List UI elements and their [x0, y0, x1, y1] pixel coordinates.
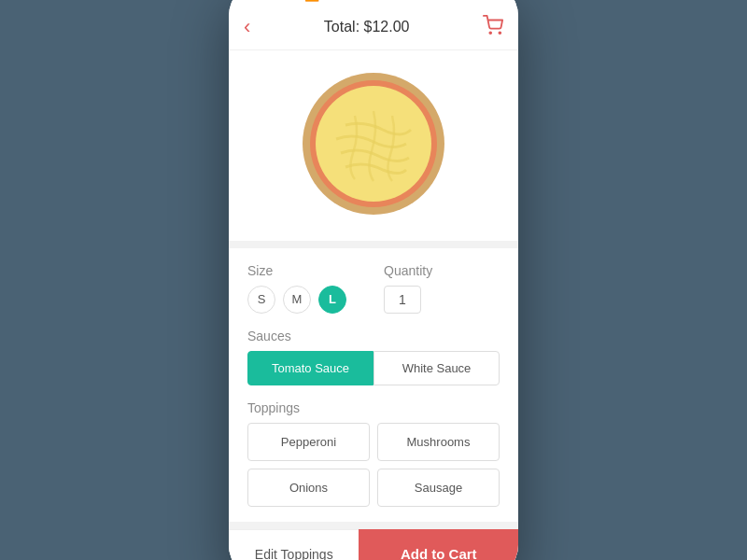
add-to-cart-button[interactable]: Add to Cart [359, 529, 518, 561]
header: ‹ Total: $12.00 [229, 6, 518, 50]
content: Size S M L Quantity Sauces Tomato Sauce [229, 50, 518, 561]
toppings-grid: Pepperoni Mushrooms Onions Sausage [247, 423, 500, 507]
time-label: 9:41 AM [366, 0, 409, 1]
pizza-image [299, 69, 448, 218]
topping-sausage-button[interactable]: Sausage [377, 469, 500, 507]
quantity-section: Quantity [384, 263, 432, 314]
svg-point-0 [489, 32, 491, 34]
size-section: Size S M L [247, 263, 346, 314]
svg-point-1 [499, 32, 500, 34]
back-button[interactable]: ‹ [244, 17, 250, 37]
topping-pepperoni-button[interactable]: Pepperoni [247, 423, 370, 461]
tomato-sauce-button[interactable]: Tomato Sauce [247, 351, 374, 385]
toppings-section: Toppings Pepperoni Mushrooms Onions Saus… [247, 400, 500, 507]
size-m-button[interactable]: M [283, 286, 311, 314]
bottom-buttons: Edit Toppings Add to Cart [229, 529, 518, 561]
edit-toppings-button[interactable]: Edit Toppings [229, 529, 359, 561]
size-s-button[interactable]: S [247, 286, 275, 314]
pizza-area [229, 50, 518, 241]
phone-frame: MPB 📶 9:41 AM 100% ‹ Total: $12.00 [229, 0, 518, 560]
toppings-label: Toppings [247, 400, 500, 415]
sauce-buttons: Tomato Sauce White Sauce [247, 351, 500, 385]
status-left: MPB 📶 [244, 0, 319, 2]
quantity-label: Quantity [384, 263, 432, 278]
topping-mushrooms-button[interactable]: Mushrooms [377, 423, 500, 461]
size-l-button[interactable]: L [318, 286, 346, 314]
sauces-section: Sauces Tomato Sauce White Sauce [247, 329, 500, 385]
topping-onions-button[interactable]: Onions [247, 469, 370, 507]
white-sauce-button[interactable]: White Sauce [374, 351, 500, 385]
size-buttons: S M L [247, 286, 346, 314]
wifi-icon: 📶 [304, 0, 319, 2]
sauces-label: Sauces [247, 329, 500, 343]
header-title: Total: $12.00 [324, 19, 410, 35]
quantity-input[interactable] [384, 286, 421, 314]
cart-icon[interactable] [483, 15, 503, 40]
options-area: Size S M L Quantity Sauces Tomato Sauce [229, 248, 518, 522]
size-label: Size [247, 263, 346, 278]
size-quantity-row: Size S M L Quantity [247, 263, 500, 314]
